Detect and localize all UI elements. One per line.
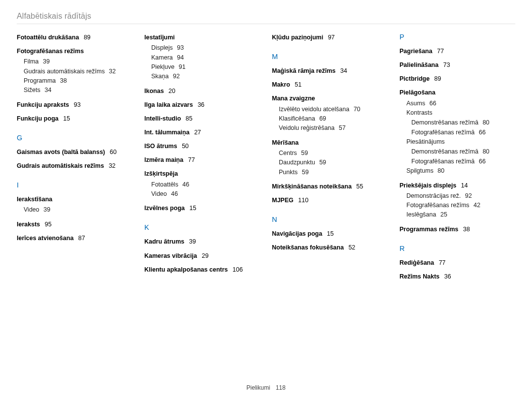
entry-title: Programmas režīms bbox=[399, 226, 459, 233]
entry-page: 110 bbox=[297, 197, 308, 204]
entry-title: Mērīšana bbox=[272, 139, 299, 146]
index-entry: Intelli-studio 85 bbox=[144, 114, 260, 123]
sub-label: Demonstrācijas rež. bbox=[406, 192, 461, 199]
sub-sub-label: Fotografēšanas režīmā bbox=[411, 129, 475, 136]
entry-page: 14 bbox=[459, 182, 467, 189]
sub-label: Piesātinājums bbox=[406, 138, 445, 145]
sub-sub-page: 80 bbox=[481, 148, 489, 155]
sub-list: Demonstrācijas rež. 92Fotografēšanas rež… bbox=[406, 191, 515, 220]
index-entry: Funkciju poga 15 bbox=[17, 114, 133, 123]
entry-page: 15 bbox=[188, 205, 196, 212]
sub-page: 70 bbox=[352, 106, 360, 113]
sub-list: Video 39 bbox=[24, 205, 133, 215]
sub-label: Video bbox=[24, 206, 39, 213]
index-entry: Klientu apkalpošanas centrs 106 bbox=[144, 265, 260, 274]
sub-page: 93 bbox=[175, 44, 184, 51]
sub-item: Gudrais automātiskais režīms 32 bbox=[24, 67, 133, 76]
entry-page: 73 bbox=[441, 62, 450, 68]
sub-item: Spilgtums 80 bbox=[406, 166, 515, 176]
sub-page: 94 bbox=[175, 54, 184, 61]
sub-page: 46 bbox=[181, 181, 189, 188]
entry-title: Izmēra maiņa bbox=[144, 156, 183, 163]
section-letter: R bbox=[399, 245, 515, 252]
entry-title: Ierakstīšana bbox=[17, 196, 52, 203]
sub-label: Displejs bbox=[151, 44, 173, 51]
sub-page: 39 bbox=[42, 206, 50, 213]
index-entry: Rediģēšana 77 bbox=[399, 258, 515, 267]
sub-item: Punkts 59 bbox=[279, 168, 388, 177]
index-entry: Kameras vibrācija 29 bbox=[144, 251, 260, 260]
index-entry: Režīms Nakts 36 bbox=[399, 272, 515, 281]
entry-title: Int. tālummaiņa bbox=[144, 129, 190, 136]
entry-title: Kļūdu paziņojumi bbox=[272, 34, 323, 41]
entry-page: 36 bbox=[442, 273, 451, 280]
sub-label: Veidolu reģistrēšana bbox=[279, 124, 334, 131]
page-title: Alfabētiskais rādītājs bbox=[17, 12, 515, 21]
index-entry: Funkciju apraksts 93 bbox=[17, 100, 133, 109]
index-entry: Mirkšķināšanas noteikšana 55 bbox=[272, 182, 388, 191]
index-entry: Gudrais automātiskais režīms 32 bbox=[17, 161, 133, 170]
sub-item: Skaņa 92 bbox=[151, 72, 260, 81]
index-entry: Mana zvaigzneIzvēlēto veidolu atcelšana … bbox=[272, 94, 388, 133]
entry-title: ISO ātrums bbox=[144, 143, 177, 150]
entry-page: 77 bbox=[186, 156, 195, 163]
entry-title: Mana zvaigzne bbox=[272, 95, 315, 102]
sub-item: PiesātinājumsDemonstrēšanas režīmā 80Fot… bbox=[406, 137, 515, 166]
sub-label: Programma bbox=[24, 77, 56, 84]
sub-item: Fotoattēls 46 bbox=[151, 180, 260, 189]
page-footer: Pielikumi 118 bbox=[0, 384, 532, 391]
entry-title: Iestatījumi bbox=[144, 34, 175, 41]
sub-page: 66 bbox=[428, 100, 436, 107]
sub-label: Filma bbox=[24, 58, 39, 65]
entry-page: 97 bbox=[326, 34, 334, 41]
entry-title: Izšķirtspēja bbox=[144, 170, 178, 177]
index-entry: Int. tālummaiņa 27 bbox=[144, 128, 260, 137]
index-entry: Pictbridge 89 bbox=[399, 74, 515, 83]
entry-page: 77 bbox=[435, 48, 444, 55]
sub-item: Sižets 34 bbox=[24, 86, 133, 95]
entry-page: 60 bbox=[108, 149, 116, 155]
sub-list: Izvēlēto veidolu atcelšana 70Klasificēša… bbox=[279, 105, 388, 133]
entry-page: 93 bbox=[72, 101, 80, 108]
entry-title: Mirkšķināšanas noteikšana bbox=[272, 183, 352, 190]
sub-label: Spilgtums bbox=[406, 167, 433, 174]
entry-title: Fotoattēlu drukāšana bbox=[17, 34, 79, 41]
sub-label: Sižets bbox=[24, 87, 40, 93]
sub-label: Video bbox=[151, 190, 167, 197]
sub-label: Klasificēšana bbox=[279, 115, 315, 122]
entry-page: 89 bbox=[432, 75, 441, 82]
sub-sub-item: Demonstrēšanas režīmā 80 bbox=[411, 118, 515, 127]
index-entry: Kļūdu paziņojumi 97 bbox=[272, 33, 388, 42]
sub-sub-page: 66 bbox=[477, 129, 486, 136]
sub-sub-list: Demonstrēšanas režīmā 80Fotografēšanas r… bbox=[411, 118, 515, 137]
sub-label: Ieslēgšana bbox=[406, 211, 436, 218]
section-letter: P bbox=[399, 33, 515, 41]
entry-page: 87 bbox=[76, 235, 85, 242]
separator bbox=[17, 24, 515, 24]
index-entry: Ierīces atvienošana 87 bbox=[17, 234, 133, 243]
entry-title: Režīms Nakts bbox=[399, 273, 439, 280]
sub-list: Filma 39Gudrais automātiskais režīms 32P… bbox=[24, 57, 133, 95]
sub-item: Displejs 93 bbox=[151, 43, 260, 53]
sub-item: Filma 39 bbox=[24, 57, 133, 66]
index-entry: MJPEG 110 bbox=[272, 196, 388, 205]
sub-label: Izvēlēto veidolu atcelšana bbox=[279, 106, 349, 113]
sub-list: Displejs 93Kamera 94Piekļuve 91Skaņa 92 bbox=[151, 43, 260, 82]
entry-page: 27 bbox=[193, 129, 201, 136]
entry-page: 77 bbox=[437, 259, 445, 266]
entry-title: Gudrais automātiskais režīms bbox=[17, 162, 104, 169]
sub-label: Kontrasts bbox=[406, 109, 432, 116]
sub-label: Asums bbox=[406, 100, 425, 107]
sub-page: 69 bbox=[318, 115, 326, 122]
sub-page: 46 bbox=[169, 190, 178, 197]
sub-sub-item: Demonstrēšanas režīmā 80 bbox=[411, 147, 515, 156]
sub-item: KontrastsDemonstrēšanas režīmā 80Fotogra… bbox=[406, 108, 515, 137]
index-entry: Makro 51 bbox=[272, 80, 388, 89]
sub-sub-label: Demonstrēšanas režīmā bbox=[411, 148, 478, 155]
sub-list: Fotoattēls 46Video 46 bbox=[151, 180, 260, 199]
entry-title: Navigācijas poga bbox=[272, 230, 322, 237]
sub-sub-label: Fotografēšanas režīmā bbox=[411, 158, 475, 165]
sub-item: Programma 38 bbox=[24, 76, 133, 86]
index-entry: Ieraksts 95 bbox=[17, 220, 133, 229]
entry-page: 89 bbox=[82, 34, 90, 41]
